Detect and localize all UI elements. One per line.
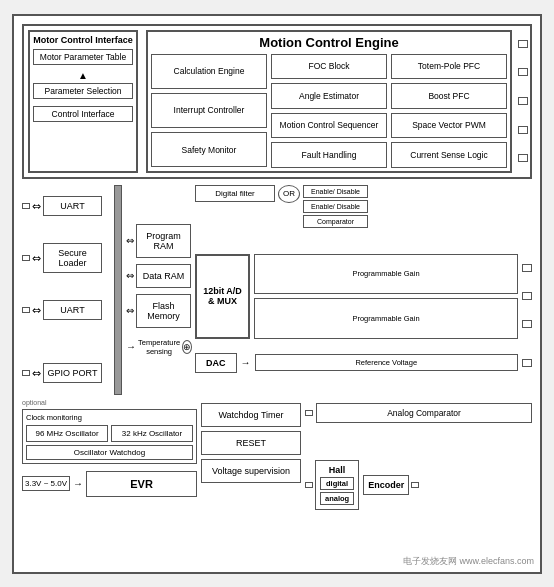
analog-comparator-row: Analog Comparator (305, 403, 532, 423)
data-ram-row: ⇔ Data RAM (126, 264, 191, 288)
mci-title: Motor Control Interface (33, 35, 133, 45)
adc-top-row: Digital filter OR Enable/ Disable Enable… (195, 185, 532, 250)
comparator-box: Comparator (303, 215, 368, 228)
mce-svpwm: Space Vector PWM (391, 113, 507, 139)
secure-loader-connector (22, 255, 30, 261)
hall-sub: digital analog (320, 477, 354, 505)
program-ram-row: ⇔ Program RAM (126, 224, 191, 258)
encoder-row: Encoder (363, 427, 419, 544)
mce-totem: Totem-Pole PFC (391, 54, 507, 80)
mce-safety: Safety Monitor (151, 132, 267, 167)
hall-label: Hall (329, 465, 346, 475)
dac-row: DAC → Reference Voltage (195, 343, 532, 383)
mci-motor-param: Motor Parameter Table (33, 49, 133, 65)
gpio-connector (22, 370, 30, 376)
dac-connector (522, 359, 532, 367)
adc-right-connectors (522, 254, 532, 339)
mce-interrupt: Interrupt Controller (151, 93, 267, 128)
hall-analog: analog (320, 492, 354, 505)
encoder-box: Encoder (363, 475, 409, 495)
mce-sequencer: Motion Control Sequencer (271, 113, 387, 139)
adc-section: Digital filter OR Enable/ Disable Enable… (195, 185, 532, 395)
adc-connector3 (522, 320, 532, 328)
main-container: Motor Control Interface Motor Parameter … (12, 14, 542, 574)
motion-control-engine: Motion Control Engine Calculation Engine… (146, 30, 512, 173)
left-col: ⇔ UART ⇔ Secure Loader ⇔ UART ⇔ GPIO POR… (22, 185, 102, 395)
enable-disable2: Enable/ Disable (303, 200, 368, 213)
bottom-right: Analog Comparator Hall digital analog En… (305, 399, 532, 544)
arrow-left1: ⇔ (32, 200, 41, 213)
digital-filter-box: Digital filter (195, 185, 275, 202)
gpio-row: ⇔ GPIO PORT (22, 363, 102, 383)
logic-area: OR (278, 185, 300, 203)
or-gate: OR (278, 185, 300, 203)
dac-box: DAC (195, 353, 237, 373)
uart1-box: UART (43, 196, 102, 216)
top-section: Motor Control Interface Motor Parameter … (22, 24, 532, 179)
clock-monitoring-title: Clock monitoring (26, 413, 193, 422)
osc-watchdog: Oscillator Watchdog (26, 445, 193, 460)
watchdog-timer-box: Watchdog Timer (201, 403, 301, 427)
top-right-connectors (516, 26, 530, 177)
prog-gain1: Programmable Gain (254, 254, 518, 295)
mce-foc: FOC Block (271, 54, 387, 80)
hall-encoder-row: Hall digital analog Encoder (305, 427, 532, 544)
hall-box: Hall digital analog (315, 460, 359, 510)
arrow-evr: → (73, 478, 83, 489)
arrow-left3: ⇔ (32, 304, 41, 317)
adc-connector2 (522, 292, 532, 300)
bottom-left: optional Clock monitoring 96 MHz Oscilla… (22, 399, 197, 544)
prog-gain-col: Programmable Gain Programmable Gain (254, 254, 518, 339)
uart1-connector (22, 203, 30, 209)
mci-arrow1: ▲ (33, 70, 133, 81)
uart1-row: ⇔ UART (22, 196, 102, 216)
connector4 (518, 126, 528, 134)
connector5 (518, 154, 528, 162)
mce-calc-engine: Calculation Engine (151, 54, 267, 89)
secure-loader-box: Secure Loader (43, 243, 102, 273)
evr-box: EVR (86, 471, 197, 497)
reset-box: RESET (201, 431, 301, 455)
flash-row: ⇔ Flash Memory (126, 294, 191, 328)
enable-disable-area: Enable/ Disable Enable/ Disable Comparat… (303, 185, 368, 228)
voltage-range: 3.3V ~ 5.0V (22, 476, 70, 491)
flash-memory-box: Flash Memory (136, 294, 191, 328)
arrow-flash: ⇔ (126, 305, 134, 316)
watermark: 电子发烧友网 www.elecfans.com (403, 555, 534, 568)
arrow-left4: ⇔ (32, 367, 41, 380)
mce-fault: Fault Handling (271, 142, 387, 168)
hall-connector (305, 482, 313, 488)
analog-comp-connector (305, 410, 313, 416)
mci-control-iface: Control Interface (33, 106, 133, 122)
uart2-row: ⇔ UART (22, 300, 102, 320)
arrow-prog-ram: ⇔ (126, 235, 134, 246)
evr-section: 3.3V ~ 5.0V → EVR (22, 471, 197, 497)
mci-param-sel: Parameter Selection (33, 83, 133, 99)
middle-section: ⇔ UART ⇔ Secure Loader ⇔ UART ⇔ GPIO POR… (22, 185, 532, 395)
prog-gain2: Programmable Gain (254, 298, 518, 339)
adc-connector1 (522, 264, 532, 272)
mce-title: Motion Control Engine (151, 35, 507, 50)
uart2-connector (22, 307, 30, 313)
mce-col1: Calculation Engine Interrupt Controller … (151, 54, 267, 168)
mce-blocks: Calculation Engine Interrupt Controller … (151, 54, 507, 168)
ref-voltage-box: Reference Voltage (255, 354, 519, 371)
temp-sensing-row: → Temperature sensing ⊕ (126, 338, 191, 356)
mce-col2: FOC Block Angle Estimator Motion Control… (271, 54, 387, 168)
voltage-supervision-box: Voltage supervision (201, 459, 301, 483)
analog-comparator-box: Analog Comparator (316, 403, 532, 423)
vertical-bus (114, 185, 122, 395)
arrow-temp: → (126, 341, 136, 352)
adc-box: 12bit A/D & MUX (195, 254, 250, 339)
dac-arrow: → (241, 357, 251, 368)
secure-loader-row: ⇔ Secure Loader (22, 243, 102, 273)
connector1 (518, 40, 528, 48)
clock-section: Clock monitoring 96 MHz Oscillator 32 kH… (22, 409, 197, 464)
hall-row: Hall digital analog (305, 427, 359, 544)
data-ram-box: Data RAM (136, 264, 191, 288)
temp-sensing-label: Temperature sensing (138, 338, 180, 356)
uart2-box: UART (43, 300, 102, 320)
connector3 (518, 97, 528, 105)
adc-middle-row: 12bit A/D & MUX Programmable Gain Progra… (195, 254, 532, 339)
clock-boxes: 96 MHz Oscillator 32 kHz Oscillator (26, 425, 193, 442)
